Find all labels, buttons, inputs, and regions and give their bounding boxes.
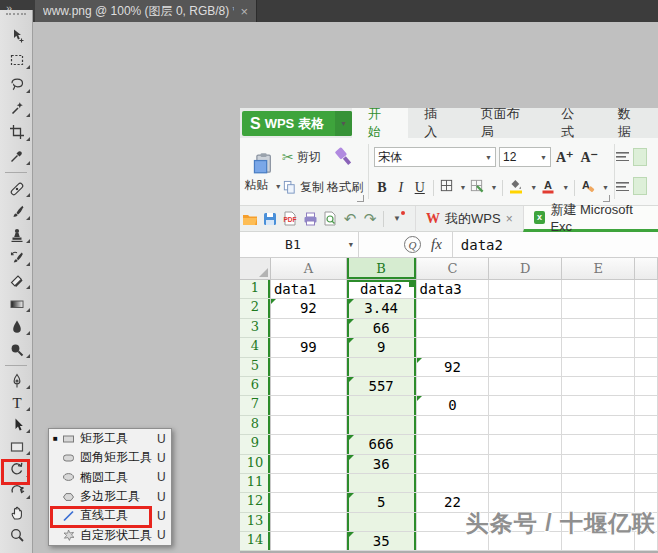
format-painter-button[interactable] bbox=[324, 145, 363, 169]
chevron-down-icon[interactable]: ▼ bbox=[460, 184, 467, 191]
cell-D11[interactable] bbox=[489, 474, 562, 493]
col-header-D[interactable]: D bbox=[489, 258, 562, 280]
cell-B3[interactable]: 66 bbox=[347, 319, 417, 338]
cell-E6[interactable] bbox=[562, 377, 635, 396]
col-header-E[interactable]: E bbox=[562, 258, 635, 280]
cell-E11[interactable] bbox=[562, 474, 635, 493]
tab-formulas[interactable]: 公式 bbox=[545, 108, 601, 138]
cell-D1[interactable] bbox=[489, 280, 562, 299]
cell-C3[interactable] bbox=[417, 319, 490, 338]
cell-A1[interactable]: data1 bbox=[271, 280, 347, 299]
cell-F7[interactable] bbox=[635, 396, 658, 415]
pen-tool-icon[interactable] bbox=[0, 370, 33, 392]
wps-app-button[interactable]: S WPS 表格 ▼ bbox=[242, 111, 352, 136]
cell-F2[interactable] bbox=[635, 299, 658, 318]
name-box[interactable]: B1 ▼ bbox=[240, 232, 359, 257]
grow-font-button[interactable]: A⁺ bbox=[554, 149, 576, 166]
paste-button[interactable]: 粘贴 ▼ bbox=[244, 142, 282, 203]
cell-B11[interactable] bbox=[347, 474, 417, 493]
menu-item-ellipse-tool[interactable]: 椭圆工具 U bbox=[49, 468, 171, 487]
row-header-10[interactable]: 10 bbox=[240, 455, 271, 474]
cell-D7[interactable] bbox=[489, 396, 562, 415]
menu-item-custom-shape-tool[interactable]: 自定形状工具 U bbox=[49, 525, 171, 544]
row-header-4[interactable]: 4 bbox=[240, 338, 271, 357]
cell-B12[interactable]: 5 bbox=[347, 493, 417, 512]
cell-C6[interactable] bbox=[417, 377, 490, 396]
tab-insert[interactable]: 插入 bbox=[408, 108, 464, 138]
cell-F11[interactable] bbox=[635, 474, 658, 493]
cell-E10[interactable] bbox=[562, 455, 635, 474]
cell-E8[interactable] bbox=[562, 416, 635, 435]
magic-wand-tool-icon[interactable] bbox=[0, 96, 33, 120]
customize-toolbar-icon[interactable]: ▼ bbox=[387, 209, 407, 229]
open-file-icon[interactable] bbox=[240, 209, 260, 229]
cell-D3[interactable] bbox=[489, 319, 562, 338]
borders-button[interactable] bbox=[439, 178, 454, 197]
cell-A7[interactable] bbox=[271, 396, 347, 415]
cell-D5[interactable] bbox=[489, 358, 562, 377]
search-icon[interactable]: Q bbox=[404, 236, 421, 253]
blur-tool-icon[interactable] bbox=[0, 315, 33, 338]
cell-E7[interactable] bbox=[562, 396, 635, 415]
cell-B14[interactable]: 35 bbox=[347, 532, 417, 551]
tab-data[interactable]: 数据 bbox=[602, 108, 658, 138]
zoom-tool-icon[interactable] bbox=[0, 524, 33, 546]
vertical-align-option[interactable] bbox=[633, 148, 647, 166]
chevron-down-icon[interactable]: ▼ bbox=[602, 184, 609, 191]
cell-B4[interactable]: 9 bbox=[347, 338, 417, 357]
align-left-icon[interactable] bbox=[616, 182, 629, 191]
lasso-tool-icon[interactable] bbox=[0, 72, 33, 96]
cell-D8[interactable] bbox=[489, 416, 562, 435]
tab-home[interactable]: 开始 bbox=[352, 108, 408, 138]
cell-A10[interactable] bbox=[271, 455, 347, 474]
row-header-14[interactable]: 14 bbox=[240, 532, 271, 551]
cell-A9[interactable] bbox=[271, 435, 347, 454]
cell-A12[interactable] bbox=[271, 493, 347, 512]
crop-tool-icon[interactable] bbox=[0, 120, 33, 144]
col-header-A[interactable]: A bbox=[271, 258, 347, 280]
cell-F9[interactable] bbox=[635, 435, 658, 454]
rotate-3d-tool-icon[interactable] bbox=[0, 458, 33, 480]
cell-E4[interactable] bbox=[562, 338, 635, 357]
underline-button[interactable]: U bbox=[412, 179, 428, 197]
cell-B2[interactable]: 3.44 bbox=[347, 299, 417, 318]
dodge-tool-icon[interactable] bbox=[0, 338, 33, 361]
cell-F4[interactable] bbox=[635, 338, 658, 357]
cell-C9[interactable] bbox=[417, 435, 490, 454]
cell-B8[interactable] bbox=[347, 416, 417, 435]
cell-B5[interactable] bbox=[347, 358, 417, 377]
fill-handle[interactable] bbox=[409, 282, 414, 287]
menu-item-polygon-tool[interactable]: 多边形工具 U bbox=[49, 487, 171, 506]
cell-C1[interactable]: data3 bbox=[417, 280, 490, 299]
cell-F6[interactable] bbox=[635, 377, 658, 396]
italic-button[interactable]: I bbox=[393, 179, 409, 197]
cell-C7[interactable]: 0 bbox=[417, 396, 490, 415]
merge-cells-button[interactable] bbox=[469, 178, 484, 197]
cell-E2[interactable] bbox=[562, 299, 635, 318]
brush-tool-icon[interactable] bbox=[0, 200, 33, 223]
cell-D6[interactable] bbox=[489, 377, 562, 396]
chevron-down-icon[interactable]: ▼ bbox=[530, 184, 537, 191]
cell-C5[interactable]: 92 bbox=[417, 358, 490, 377]
col-header-B[interactable]: B bbox=[347, 258, 417, 280]
select-all-corner[interactable] bbox=[240, 258, 271, 280]
cell-A3[interactable] bbox=[271, 319, 347, 338]
cell-F8[interactable] bbox=[635, 416, 658, 435]
cell-A11[interactable] bbox=[271, 474, 347, 493]
row-header-2[interactable]: 2 bbox=[240, 299, 271, 318]
cell-F5[interactable] bbox=[635, 358, 658, 377]
cell-A2[interactable]: 92 bbox=[271, 299, 347, 318]
row-header-5[interactable]: 5 bbox=[240, 358, 271, 377]
tab-close-icon[interactable]: × bbox=[506, 212, 513, 226]
fill-color-button[interactable] bbox=[508, 178, 524, 198]
font-color-button[interactable]: A bbox=[540, 178, 556, 198]
chevron-down-icon[interactable]: ▼ bbox=[490, 184, 497, 191]
cell-B9[interactable]: 666 bbox=[347, 435, 417, 454]
row-header-13[interactable]: 13 bbox=[240, 513, 271, 532]
cell-B10[interactable]: 36 bbox=[347, 455, 417, 474]
redo-icon[interactable]: ↷ bbox=[360, 209, 380, 229]
cell-B1[interactable]: data2 bbox=[347, 280, 417, 299]
copy-button[interactable]: 复制 bbox=[282, 176, 324, 200]
cell-C4[interactable] bbox=[417, 338, 490, 357]
row-header-9[interactable]: 9 bbox=[240, 435, 271, 454]
